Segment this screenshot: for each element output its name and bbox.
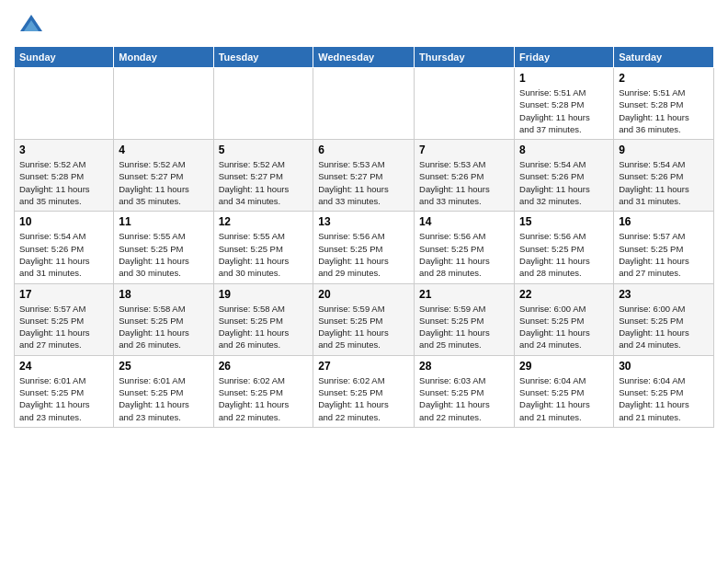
day-number: 29 — [519, 360, 609, 373]
day-info: Sunrise: 5:57 AM Sunset: 5:25 PM Dayligh… — [619, 230, 709, 279]
header — [14, 9, 714, 39]
day-number: 30 — [619, 360, 709, 373]
calendar-cell: 7Sunrise: 5:53 AM Sunset: 5:26 PM Daylig… — [415, 140, 515, 212]
logo-icon — [18, 13, 44, 39]
day-info: Sunrise: 6:04 AM Sunset: 5:25 PM Dayligh… — [619, 374, 709, 423]
day-number: 10 — [19, 215, 108, 228]
day-number: 13 — [318, 215, 409, 228]
day-info: Sunrise: 6:02 AM Sunset: 5:25 PM Dayligh… — [219, 374, 309, 423]
day-info: Sunrise: 5:54 AM Sunset: 5:26 PM Dayligh… — [519, 158, 609, 207]
calendar-cell: 5Sunrise: 5:52 AM Sunset: 5:27 PM Daylig… — [213, 140, 313, 212]
day-info: Sunrise: 5:53 AM Sunset: 5:26 PM Dayligh… — [419, 158, 509, 207]
calendar-cell: 9Sunrise: 5:54 AM Sunset: 5:26 PM Daylig… — [614, 140, 714, 212]
day-info: Sunrise: 5:51 AM Sunset: 5:28 PM Dayligh… — [519, 86, 609, 135]
page: SundayMondayTuesdayWednesdayThursdayFrid… — [0, 0, 728, 563]
calendar-cell: 24Sunrise: 6:01 AM Sunset: 5:25 PM Dayli… — [15, 355, 114, 427]
calendar-cell — [213, 68, 313, 140]
day-info: Sunrise: 6:00 AM Sunset: 5:25 PM Dayligh… — [619, 303, 709, 351]
day-number: 6 — [318, 144, 409, 156]
day-info: Sunrise: 6:00 AM Sunset: 5:25 PM Dayligh… — [519, 303, 609, 351]
day-number: 26 — [219, 360, 309, 373]
calendar-cell: 27Sunrise: 6:02 AM Sunset: 5:25 PM Dayli… — [313, 355, 415, 427]
day-info: Sunrise: 5:59 AM Sunset: 5:25 PM Dayligh… — [419, 303, 509, 351]
calendar-cell: 4Sunrise: 5:52 AM Sunset: 5:27 PM Daylig… — [114, 140, 213, 212]
calendar-cell: 14Sunrise: 5:56 AM Sunset: 5:25 PM Dayli… — [415, 212, 515, 283]
day-info: Sunrise: 5:58 AM Sunset: 5:25 PM Dayligh… — [119, 303, 208, 351]
day-number: 12 — [219, 215, 309, 228]
weekday-header-wednesday: Wednesday — [313, 47, 415, 68]
calendar-cell — [114, 68, 213, 140]
calendar-cell: 25Sunrise: 6:01 AM Sunset: 5:25 PM Dayli… — [114, 355, 213, 427]
day-info: Sunrise: 5:54 AM Sunset: 5:26 PM Dayligh… — [19, 230, 108, 279]
calendar-cell: 21Sunrise: 5:59 AM Sunset: 5:25 PM Dayli… — [415, 283, 515, 355]
day-info: Sunrise: 6:03 AM Sunset: 5:25 PM Dayligh… — [419, 374, 509, 423]
logo — [14, 13, 44, 39]
calendar-cell: 3Sunrise: 5:52 AM Sunset: 5:28 PM Daylig… — [15, 140, 114, 212]
day-number: 11 — [119, 215, 208, 228]
day-info: Sunrise: 5:55 AM Sunset: 5:25 PM Dayligh… — [119, 230, 208, 279]
calendar-cell: 19Sunrise: 5:58 AM Sunset: 5:25 PM Dayli… — [213, 283, 313, 355]
calendar-cell: 28Sunrise: 6:03 AM Sunset: 5:25 PM Dayli… — [415, 355, 515, 427]
day-number: 17 — [19, 288, 108, 301]
day-info: Sunrise: 5:56 AM Sunset: 5:25 PM Dayligh… — [318, 230, 409, 279]
day-number: 18 — [119, 288, 208, 301]
weekday-header-tuesday: Tuesday — [213, 47, 313, 68]
day-number: 7 — [419, 144, 509, 156]
day-number: 23 — [619, 288, 709, 301]
calendar-cell: 12Sunrise: 5:55 AM Sunset: 5:25 PM Dayli… — [213, 212, 313, 283]
weekday-header-friday: Friday — [515, 47, 614, 68]
day-number: 1 — [519, 72, 609, 85]
calendar-cell: 16Sunrise: 5:57 AM Sunset: 5:25 PM Dayli… — [614, 212, 714, 283]
calendar-cell: 2Sunrise: 5:51 AM Sunset: 5:28 PM Daylig… — [614, 68, 714, 140]
day-number: 22 — [519, 288, 609, 301]
calendar-cell: 18Sunrise: 5:58 AM Sunset: 5:25 PM Dayli… — [114, 283, 213, 355]
day-info: Sunrise: 5:53 AM Sunset: 5:27 PM Dayligh… — [318, 158, 409, 207]
day-number: 8 — [519, 144, 609, 156]
day-info: Sunrise: 6:04 AM Sunset: 5:25 PM Dayligh… — [519, 374, 609, 423]
day-info: Sunrise: 5:55 AM Sunset: 5:25 PM Dayligh… — [219, 230, 309, 279]
calendar-cell: 17Sunrise: 5:57 AM Sunset: 5:25 PM Dayli… — [15, 283, 114, 355]
calendar-cell: 22Sunrise: 6:00 AM Sunset: 5:25 PM Dayli… — [515, 283, 614, 355]
calendar-cell: 23Sunrise: 6:00 AM Sunset: 5:25 PM Dayli… — [614, 283, 714, 355]
day-number: 27 — [318, 360, 409, 373]
calendar-cell: 6Sunrise: 5:53 AM Sunset: 5:27 PM Daylig… — [313, 140, 415, 212]
day-number: 9 — [619, 144, 709, 156]
day-number: 2 — [619, 72, 709, 85]
calendar-cell: 26Sunrise: 6:02 AM Sunset: 5:25 PM Dayli… — [213, 355, 313, 427]
day-info: Sunrise: 5:56 AM Sunset: 5:25 PM Dayligh… — [519, 230, 609, 279]
day-info: Sunrise: 6:02 AM Sunset: 5:25 PM Dayligh… — [318, 374, 409, 423]
day-info: Sunrise: 6:01 AM Sunset: 5:25 PM Dayligh… — [119, 374, 208, 423]
day-number: 19 — [219, 288, 309, 301]
calendar-cell: 10Sunrise: 5:54 AM Sunset: 5:26 PM Dayli… — [15, 212, 114, 283]
day-info: Sunrise: 5:52 AM Sunset: 5:28 PM Dayligh… — [19, 158, 108, 207]
calendar-cell: 15Sunrise: 5:56 AM Sunset: 5:25 PM Dayli… — [515, 212, 614, 283]
calendar-cell — [15, 68, 114, 140]
day-number: 21 — [419, 288, 509, 301]
day-number: 14 — [419, 215, 509, 228]
day-number: 5 — [219, 144, 309, 156]
calendar-table: SundayMondayTuesdayWednesdayThursdayFrid… — [14, 46, 714, 428]
day-info: Sunrise: 5:59 AM Sunset: 5:25 PM Dayligh… — [318, 303, 409, 351]
day-number: 28 — [419, 360, 509, 373]
day-info: Sunrise: 6:01 AM Sunset: 5:25 PM Dayligh… — [19, 374, 108, 423]
day-number: 16 — [619, 215, 709, 228]
day-number: 25 — [119, 360, 208, 373]
day-info: Sunrise: 5:57 AM Sunset: 5:25 PM Dayligh… — [19, 303, 108, 351]
day-info: Sunrise: 5:52 AM Sunset: 5:27 PM Dayligh… — [119, 158, 208, 207]
calendar-cell: 30Sunrise: 6:04 AM Sunset: 5:25 PM Dayli… — [614, 355, 714, 427]
day-number: 4 — [119, 144, 208, 156]
calendar-cell — [415, 68, 515, 140]
calendar-cell: 11Sunrise: 5:55 AM Sunset: 5:25 PM Dayli… — [114, 212, 213, 283]
day-info: Sunrise: 5:56 AM Sunset: 5:25 PM Dayligh… — [419, 230, 509, 279]
calendar-cell: 13Sunrise: 5:56 AM Sunset: 5:25 PM Dayli… — [313, 212, 415, 283]
day-number: 3 — [19, 144, 108, 156]
calendar-cell: 20Sunrise: 5:59 AM Sunset: 5:25 PM Dayli… — [313, 283, 415, 355]
calendar-cell: 1Sunrise: 5:51 AM Sunset: 5:28 PM Daylig… — [515, 68, 614, 140]
day-number: 20 — [318, 288, 409, 301]
day-info: Sunrise: 5:58 AM Sunset: 5:25 PM Dayligh… — [219, 303, 309, 351]
day-number: 24 — [19, 360, 108, 373]
weekday-header-thursday: Thursday — [415, 47, 515, 68]
day-number: 15 — [519, 215, 609, 228]
calendar-cell: 29Sunrise: 6:04 AM Sunset: 5:25 PM Dayli… — [515, 355, 614, 427]
day-info: Sunrise: 5:54 AM Sunset: 5:26 PM Dayligh… — [619, 158, 709, 207]
